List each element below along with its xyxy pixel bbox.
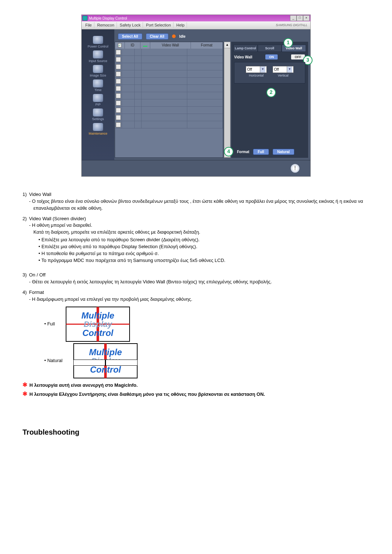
power-icon (93, 36, 103, 44)
menubar: File Remocon Safety Lock Port Selection … (82, 21, 310, 29)
vertical-label: Vertical (273, 74, 294, 77)
horizontal-value: Off (247, 67, 252, 71)
table-row[interactable] (115, 56, 223, 63)
item1-body: Ο τοίχος βίντεο είναι ένα σύνολο οθονών … (32, 198, 363, 211)
col-format[interactable]: Format (191, 42, 223, 49)
item4-body: Η διαμόρφωση μπορεί να επιλεγεί για την … (32, 296, 192, 302)
star-icon: ✱ (23, 391, 27, 398)
app-window: Multiple Display Control _ □ × File Remo… (81, 15, 311, 177)
video-wall-on-button[interactable]: ON (265, 54, 278, 60)
close-button[interactable]: × (303, 15, 310, 21)
format-label: Format (237, 150, 249, 154)
sidebar-item-settings[interactable]: Settings (92, 108, 104, 121)
item2-title: Video Wall (Screen divider) (29, 216, 86, 221)
window-title: Multiple Display Control (89, 16, 127, 20)
menu-file[interactable]: File (83, 22, 94, 28)
image-size-icon (93, 65, 103, 73)
vertical-value: Off (274, 67, 279, 71)
table-row[interactable] (115, 78, 223, 85)
right-panel: 1 Lamp Control Scroll Video Wall Video W… (231, 42, 308, 158)
sidebar-label: Image Size (90, 74, 106, 77)
sidebar-item-maintenance[interactable]: Maintenance (89, 123, 107, 135)
item3-title: On / Off (29, 272, 45, 278)
sidebar-label: Time (94, 88, 102, 92)
row-checkbox[interactable] (116, 50, 121, 55)
tab-lamp-control[interactable]: Lamp Control (233, 45, 258, 52)
row-checkbox[interactable] (116, 93, 121, 98)
table-row[interactable] (115, 70, 223, 78)
sidebar-label: PIP (95, 103, 101, 106)
star-icon: ✱ (23, 382, 27, 389)
warning-icon: ! (291, 164, 299, 173)
vertical-select[interactable]: Off ▼ (273, 66, 294, 73)
table-row[interactable] (115, 114, 223, 121)
row-checkbox[interactable] (116, 79, 121, 84)
row-checkbox[interactable] (116, 64, 121, 69)
format-natural-button[interactable]: Natural (273, 149, 294, 155)
table-row[interactable] (115, 85, 223, 92)
settings-icon (93, 108, 103, 116)
sidebar-item-image-size[interactable]: Image Size (90, 65, 106, 77)
item2-line2: Κατά τη διαίρεση, μπορείτε να επιλέξετε … (23, 229, 369, 236)
row-checkbox[interactable] (116, 115, 121, 120)
maximize-button[interactable]: □ (297, 15, 303, 21)
horizontal-select[interactable]: Off ▼ (246, 66, 267, 73)
tab-scroll[interactable]: Scroll (258, 45, 282, 52)
row-checkbox[interactable] (116, 86, 121, 91)
select-all-button[interactable]: Select All (118, 33, 142, 40)
video-wall-label: Video Wall (234, 55, 252, 59)
row-checkbox[interactable] (116, 122, 121, 127)
chevron-down-icon: ▼ (260, 66, 265, 73)
format-full-button[interactable]: Full (253, 149, 269, 155)
split-natural-label: Natural (44, 357, 62, 364)
sidebar-item-pip[interactable]: PIP (93, 94, 103, 106)
sidebar-label: Maintenance (89, 132, 107, 135)
row-checkbox[interactable] (116, 108, 121, 113)
select-all-checkbox[interactable]: ✓ (118, 43, 122, 48)
display-grid: ✓ ID Video Wall Format (115, 42, 223, 158)
grid-scrollbar[interactable]: ▲ ▼ (224, 42, 230, 158)
row-checkbox[interactable] (116, 57, 121, 62)
item2-bullet: Επιλέξτε μια οθόνη από το παράθυρο Displ… (38, 243, 369, 250)
time-icon (93, 79, 103, 87)
table-row[interactable] (115, 49, 223, 56)
minimize-button[interactable]: _ (290, 15, 297, 21)
row-checkbox[interactable] (116, 100, 121, 106)
main-panel: Select All Clear All Idle ✓ ID Video Wal… (114, 29, 310, 160)
annotation-1: 1 (283, 38, 293, 48)
status-bar: ! (82, 160, 310, 176)
table-row[interactable] (115, 121, 223, 128)
signal-icon (143, 43, 147, 47)
note-2: ✱ Η λειτουργία Ελέγχου Συντήρησης είναι … (23, 391, 369, 398)
scroll-up-button[interactable]: ▲ (224, 42, 230, 48)
clear-all-button[interactable]: Clear All (146, 33, 168, 40)
menu-help[interactable]: Help (174, 22, 187, 28)
sidebar-label: Power Control (87, 45, 108, 48)
menu-port-selection[interactable]: Port Selection (144, 22, 173, 28)
sidebar-item-input-source[interactable]: Input Source (89, 50, 107, 63)
menu-safety-lock[interactable]: Safety Lock (118, 22, 143, 28)
item2-bullet: Επιλέξτε μια λειτουργία από το παράθυρο … (38, 237, 369, 243)
scroll-track[interactable] (224, 48, 230, 151)
sidebar-item-power-control[interactable]: Power Control (87, 36, 108, 48)
item1-title: Video Wall (29, 192, 51, 197)
sidebar-label: Settings (92, 117, 104, 121)
grid-header: ✓ ID Video Wall Format (115, 42, 223, 49)
row-checkbox[interactable] (116, 71, 121, 77)
troubleshooting-heading: Troubleshooting (23, 427, 369, 438)
titlebar: Multiple Display Control _ □ × (82, 15, 310, 21)
table-row[interactable] (115, 63, 223, 70)
pip-icon (93, 94, 103, 102)
col-id[interactable]: ID (125, 42, 140, 49)
menu-remocon[interactable]: Remocon (95, 22, 117, 28)
input-source-icon (93, 50, 103, 58)
sidebar-item-time[interactable]: Time (93, 79, 103, 92)
col-video-wall[interactable]: Video Wall (150, 42, 191, 49)
item2-bullet: Το πρόγραμμα MDC που παρέχεται από τη Sa… (38, 257, 369, 264)
table-row[interactable] (115, 99, 223, 107)
split-full-diagram: Multiple Display Control (66, 307, 130, 342)
item2-line1: Η οθόνη μπορεί να διαιρεθεί. (32, 222, 92, 228)
table-row[interactable] (115, 107, 223, 114)
annotation-4: 4 (224, 147, 233, 156)
table-row[interactable] (115, 92, 223, 99)
